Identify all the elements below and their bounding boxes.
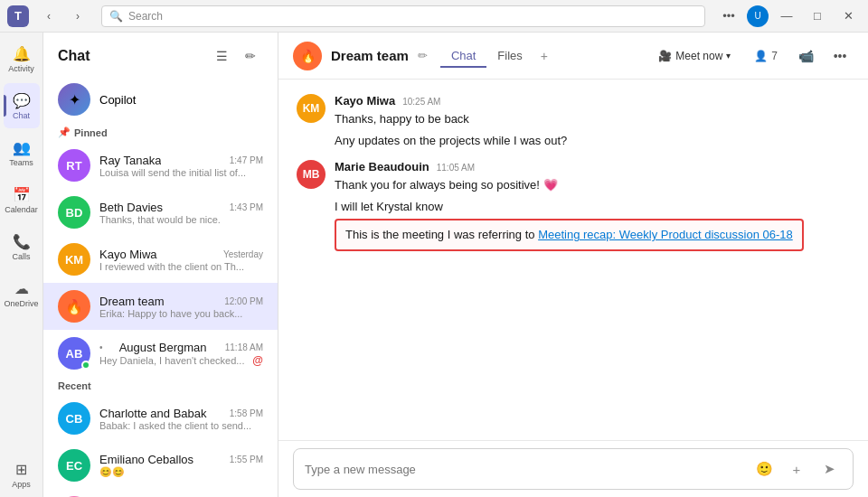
chat-name-row: Kayo Miwa Yesterday bbox=[99, 248, 263, 261]
user-avatar[interactable]: U bbox=[747, 5, 769, 27]
tab-files[interactable]: Files bbox=[486, 45, 533, 68]
filter-button[interactable]: ☰ bbox=[209, 43, 234, 69]
sidebar-item-chat[interactable]: 💬 Chat bbox=[4, 83, 40, 128]
online-indicator bbox=[81, 361, 90, 370]
avatar: 🔥 bbox=[58, 290, 90, 323]
chat-name-row: Charlotte and Babak 1:58 PM bbox=[99, 407, 263, 420]
message-input[interactable] bbox=[305, 463, 744, 476]
avatar: CB bbox=[58, 402, 90, 435]
meeting-link[interactable]: Meeting recap: Weekly Product discussion… bbox=[538, 228, 793, 241]
sidebar-item-apps[interactable]: ⊞ Apps bbox=[4, 452, 40, 497]
chat-preview: 😊😊 bbox=[99, 466, 263, 478]
participants-button[interactable]: 👤 7 bbox=[747, 46, 785, 66]
meet-now-button[interactable]: 🎥 Meet now ▾ bbox=[649, 46, 740, 66]
sidebar-label-apps: Apps bbox=[12, 480, 31, 489]
highlighted-message: This is the meeting I was referring to M… bbox=[335, 219, 804, 251]
chat-name: August Bergman bbox=[119, 341, 207, 354]
video-call-button[interactable]: 📹 bbox=[792, 42, 819, 70]
sidebar-item-calendar[interactable]: 📅 Calendar bbox=[4, 177, 40, 222]
list-item[interactable]: EC Emiliano Ceballos 1:55 PM 😊😊 bbox=[43, 442, 278, 489]
copilot-avatar: ✦ bbox=[58, 83, 90, 116]
calendar-icon: 📅 bbox=[13, 186, 31, 203]
message-line: Thank you for always being so positive! … bbox=[335, 176, 850, 194]
sidebar-label-chat: Chat bbox=[13, 111, 30, 120]
list-item[interactable]: RT Ray Tanaka 1:47 PM Louisa will send t… bbox=[43, 142, 278, 189]
chat-time: 11:18 AM bbox=[225, 342, 263, 352]
msg-text: Thank you for always being so positive! … bbox=[335, 176, 850, 251]
list-item[interactable]: SD Serena Davis 11:32 AM Ohhh I see, yes… bbox=[43, 489, 278, 497]
sidebar-item-calls[interactable]: 📞 Calls bbox=[4, 224, 40, 269]
chat-info: Emiliano Ceballos 1:55 PM 😊😊 bbox=[99, 453, 263, 478]
sidebar-item-teams[interactable]: 👥 Teams bbox=[4, 130, 40, 175]
chat-header: 🔥 Dream team ✏ Chat Files + 🎥 Meet now ▾… bbox=[278, 33, 868, 80]
msg-sender: Marie Beaudouin bbox=[335, 160, 429, 173]
msg-content: Kayo Miwa 10:25 AM Thanks, happy to be b… bbox=[335, 94, 850, 149]
sidebar-item-activity[interactable]: 🔔 Activity bbox=[4, 36, 40, 81]
chat-preview: Erika: Happy to have you back... bbox=[99, 308, 263, 319]
list-item[interactable]: CB Charlotte and Babak 1:58 PM Babak: I … bbox=[43, 395, 278, 442]
chat-name: Kayo Miwa bbox=[99, 248, 157, 261]
group-indicator: • bbox=[99, 342, 103, 352]
chat-info: Kayo Miwa Yesterday I reviewed with the … bbox=[99, 248, 263, 272]
chat-name-row: Emiliano Ceballos 1:55 PM bbox=[99, 453, 263, 466]
avatar: BD bbox=[58, 196, 90, 229]
chat-info: Charlotte and Babak 1:58 PM Babak: I ask… bbox=[99, 407, 263, 431]
sidebar-label-calls: Calls bbox=[12, 252, 30, 261]
chat-name: Beth Davies bbox=[99, 201, 163, 214]
list-item[interactable]: KM Kayo Miwa Yesterday I reviewed with t… bbox=[43, 236, 278, 283]
chat-name: Dream team bbox=[99, 295, 165, 308]
compose-button[interactable]: ✏ bbox=[238, 43, 263, 69]
title-bar: T ‹ › 🔍 Search ••• U — □ ✕ bbox=[0, 0, 868, 33]
add-tab-button[interactable]: + bbox=[533, 45, 555, 67]
chat-time: 1:43 PM bbox=[230, 202, 263, 212]
maximize-button[interactable]: □ bbox=[805, 4, 830, 29]
chat-info: Dream team 12:00 PM Erika: Happy to have… bbox=[99, 295, 263, 319]
message-input-area: 🙂 + ➤ bbox=[278, 440, 868, 497]
close-button[interactable]: ✕ bbox=[835, 4, 861, 29]
list-item[interactable]: BD Beth Davies 1:43 PM Thanks, that woul… bbox=[43, 189, 278, 236]
list-item[interactable]: 🔥 Dream team 12:00 PM Erika: Happy to ha… bbox=[43, 283, 278, 330]
send-button[interactable]: ➤ bbox=[816, 456, 842, 482]
message-input-box: 🙂 + ➤ bbox=[293, 448, 854, 490]
nav-forward-button[interactable]: › bbox=[65, 4, 90, 29]
sidebar-label-onedrive: OneDrive bbox=[4, 299, 38, 308]
msg-time: 10:25 AM bbox=[402, 97, 440, 107]
edit-group-name-icon[interactable]: ✏ bbox=[418, 49, 428, 62]
chat-name-row: Dream team 12:00 PM bbox=[99, 295, 263, 308]
nav-back-button[interactable]: ‹ bbox=[36, 4, 61, 29]
chat-preview: Hey Daniela, I haven't checked... bbox=[99, 355, 244, 366]
recent-section-header: Recent bbox=[43, 377, 278, 395]
message-group: KM Kayo Miwa 10:25 AM Thanks, happy to b… bbox=[297, 94, 850, 149]
chat-preview: I reviewed with the client on Th... bbox=[99, 261, 263, 272]
chat-info: • August Bergman 11:18 AM Hey Daniela, I… bbox=[99, 341, 263, 367]
chat-header-right: 🎥 Meet now ▾ 👤 7 📹 ••• bbox=[649, 42, 854, 70]
more-options-button[interactable]: ••• bbox=[716, 4, 741, 29]
add-attachment-button[interactable]: + bbox=[784, 456, 809, 482]
chat-list-panel: Chat ☰ ✏ ✦ Copilot 📌 Pinned RT Ray Tanak… bbox=[43, 33, 278, 497]
chat-header-tabs: Chat Files + bbox=[440, 45, 555, 67]
participants-count: 7 bbox=[771, 50, 778, 62]
chat-list-scroll: 📌 Pinned RT Ray Tanaka 1:47 PM Louisa wi… bbox=[43, 123, 278, 497]
msg-header: Marie Beaudouin 11:05 AM bbox=[335, 160, 850, 173]
minimize-button[interactable]: — bbox=[774, 4, 799, 29]
emoji-button[interactable]: 🙂 bbox=[751, 456, 777, 482]
tab-chat[interactable]: Chat bbox=[440, 45, 486, 68]
list-item[interactable]: AB • August Bergman 11:18 AM Hey Daniela… bbox=[43, 330, 278, 377]
avatar: KM bbox=[58, 243, 90, 276]
avatar: AB bbox=[58, 337, 90, 370]
chat-name: Charlotte and Babak bbox=[99, 407, 207, 420]
search-icon: 🔍 bbox=[109, 10, 123, 23]
more-options-button[interactable]: ••• bbox=[826, 42, 854, 70]
sidebar-item-onedrive[interactable]: ☁ OneDrive bbox=[4, 271, 40, 316]
search-bar[interactable]: 🔍 Search bbox=[101, 5, 705, 27]
message-line: I will let Krystal know bbox=[335, 198, 850, 216]
copilot-item[interactable]: ✦ Copilot bbox=[43, 76, 278, 123]
video-icon: 🎥 bbox=[658, 50, 672, 62]
chat-preview: Louisa will send the initial list of... bbox=[99, 167, 263, 178]
pinned-section-header: 📌 Pinned bbox=[43, 123, 278, 142]
chat-preview: Thanks, that would be nice. bbox=[99, 214, 263, 225]
chat-info: Beth Davies 1:43 PM Thanks, that would b… bbox=[99, 201, 263, 225]
chat-time: Yesterday bbox=[223, 249, 263, 259]
people-icon: 👤 bbox=[754, 50, 768, 62]
mention-badge: @ bbox=[252, 354, 263, 367]
